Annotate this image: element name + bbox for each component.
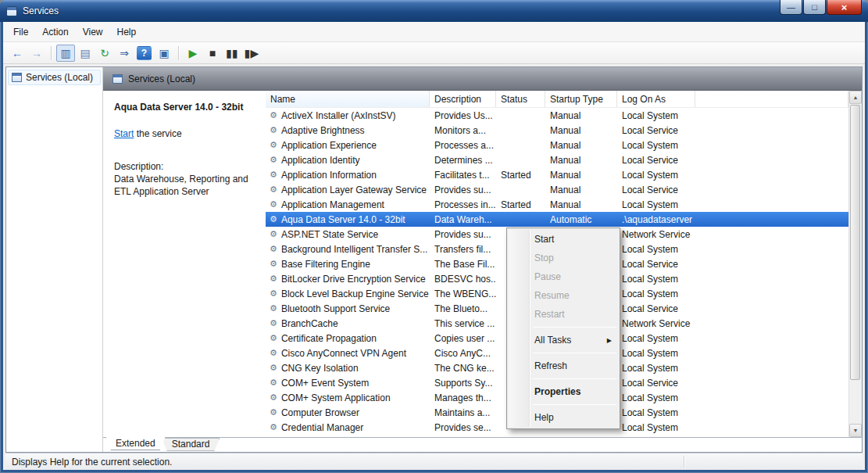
service-name-cell: ⚙Block Level Backup Engine Service xyxy=(266,288,430,299)
service-row[interactable]: ⚙Application IdentityDetermines ...Manua… xyxy=(266,152,848,167)
tree-item-services-local[interactable]: Services (Local) xyxy=(8,70,101,85)
title-bar[interactable]: Services — □ × xyxy=(0,0,868,22)
service-row[interactable]: ⚙Application InformationFacilitates t...… xyxy=(266,167,848,182)
service-row[interactable]: ⚙Application ManagementProcesses in...St… xyxy=(266,197,848,212)
service-description-cell: Copies user ... xyxy=(430,333,496,344)
minimize-button[interactable]: — xyxy=(780,0,802,15)
view-tabs: ExtendedStandard xyxy=(103,437,862,452)
back-icon[interactable]: ← xyxy=(8,45,27,62)
context-menu-item-start[interactable]: Start xyxy=(509,230,618,249)
service-startup-cell: Automatic xyxy=(545,214,617,225)
service-name-cell: ⚙COM+ System Application xyxy=(266,392,430,403)
tab-extended[interactable]: Extended xyxy=(105,437,166,450)
start-service-icon[interactable]: ▶ xyxy=(184,45,202,62)
service-description-cell: Manages th... xyxy=(430,392,496,403)
service-row[interactable]: ⚙Application Layer Gateway ServiceProvid… xyxy=(266,182,848,197)
service-logon-cell: Local Service xyxy=(617,259,695,270)
service-gear-icon: ⚙ xyxy=(270,185,277,195)
window-title: Services xyxy=(23,5,59,16)
maximize-button[interactable]: □ xyxy=(803,0,826,15)
service-row[interactable]: ⚙ActiveX Installer (AxInstSV)Provides Us… xyxy=(266,108,848,123)
service-description-cell: Provides su... xyxy=(430,185,496,195)
services-window: Services — □ × FileActionViewHelp ←→▥▤↻⇒… xyxy=(0,0,868,473)
context-menu-item-label: Help xyxy=(534,412,554,423)
menu-help[interactable]: Help xyxy=(110,23,144,41)
service-row[interactable]: ⚙Adaptive BrightnessMonitors a...ManualL… xyxy=(266,123,848,138)
help-icon[interactable]: ? xyxy=(137,46,152,60)
service-description-cell: This service ... xyxy=(430,318,496,329)
context-menu-item-refresh[interactable]: Refresh xyxy=(509,357,618,375)
show-hide-console-tree-icon[interactable]: ▥ xyxy=(56,45,75,62)
service-name: ActiveX Installer (AxInstSV) xyxy=(281,110,396,121)
restart-service-icon[interactable]: ▮▶ xyxy=(242,45,261,62)
context-menu-item-help[interactable]: Help xyxy=(509,408,618,427)
service-logon-cell: Local System xyxy=(617,348,695,359)
service-logon-cell: Local System xyxy=(617,363,695,374)
column-header-description[interactable]: Description xyxy=(430,91,496,107)
service-name: BranchCache xyxy=(281,318,338,329)
service-gear-icon: ⚙ xyxy=(270,392,277,403)
context-menu-item-all-tasks[interactable]: All Tasks▶ xyxy=(509,331,618,349)
service-logon-cell: Local System xyxy=(617,392,695,403)
service-startup-cell: Manual xyxy=(545,199,617,210)
menu-view[interactable]: View xyxy=(76,23,110,41)
context-menu-item-label: Properties xyxy=(534,386,580,397)
service-name-cell: ⚙CNG Key Isolation xyxy=(266,363,430,374)
service-logon-cell: Network Service xyxy=(617,229,695,240)
menu-file[interactable]: File xyxy=(6,23,35,41)
service-gear-icon: ⚙ xyxy=(270,110,277,120)
export-list-icon[interactable]: ▤ xyxy=(76,45,95,62)
context-menu-item-label: Stop xyxy=(534,253,554,263)
service-row[interactable]: ⚙Application ExperienceProcesses a...Man… xyxy=(266,138,848,152)
service-name-cell: ⚙Aqua Data Server 14.0 - 32bit xyxy=(266,214,430,225)
submenu-arrow-icon: ▶ xyxy=(607,331,612,350)
service-name-cell: ⚙Application Layer Gateway Service xyxy=(266,185,430,195)
service-startup-cell: Manual xyxy=(545,170,617,181)
service-logon-cell: Local System xyxy=(617,110,695,121)
service-logon-cell: Local Service xyxy=(617,125,695,136)
service-name-cell: ⚙Background Intelligent Transfer S... xyxy=(266,244,430,255)
refresh-icon[interactable]: ↻ xyxy=(95,45,114,62)
service-gear-icon: ⚙ xyxy=(270,303,277,314)
service-row[interactable]: ⚙Aqua Data Server 14.0 - 32bitData Wareh… xyxy=(266,212,848,227)
service-description-cell: The Base Fil... xyxy=(430,259,496,270)
service-name: Computer Browser xyxy=(281,407,359,418)
vertical-scrollbar[interactable]: ▲ ▼ xyxy=(848,91,862,437)
column-header-name[interactable]: Name xyxy=(266,91,430,107)
pause-service-icon[interactable]: ▮▮ xyxy=(223,45,241,62)
stop-service-icon[interactable]: ■ xyxy=(203,45,222,62)
column-header-log-on-as[interactable]: Log On As xyxy=(617,91,695,107)
scroll-up-icon[interactable]: ▲ xyxy=(849,91,862,104)
service-name: Certificate Propagation xyxy=(281,333,377,344)
scrollbar-thumb[interactable] xyxy=(850,105,860,380)
column-header-status[interactable]: Status xyxy=(496,91,545,107)
service-logon-cell: Local System xyxy=(617,407,695,418)
service-gear-icon: ⚙ xyxy=(270,318,277,328)
service-name-cell: ⚙Application Information xyxy=(266,170,430,181)
menu-separator xyxy=(533,404,616,405)
service-description-cell: Provides su... xyxy=(430,229,496,240)
console-tree-pane: Services (Local) xyxy=(6,67,103,452)
extended-info-pane: Aqua Data Server 14.0 - 32bit Start the … xyxy=(103,91,266,437)
properties-icon[interactable]: ▣ xyxy=(155,45,173,62)
menu-action[interactable]: Action xyxy=(35,23,75,41)
service-name: Application Experience xyxy=(281,140,377,151)
export-icon[interactable]: ⇒ xyxy=(115,45,134,62)
services-content: Aqua Data Server 14.0 - 32bit Start the … xyxy=(103,91,862,437)
service-name: Aqua Data Server 14.0 - 32bit xyxy=(281,214,405,225)
service-name: Bluetooth Support Service xyxy=(281,303,390,314)
main-area: Services (Local) Services (Local) Aqua D… xyxy=(5,66,863,453)
description-label: Description: xyxy=(114,161,258,172)
column-header-startup-type[interactable]: Startup Type xyxy=(545,91,617,107)
start-service-link[interactable]: Start xyxy=(114,128,134,139)
forward-icon[interactable]: → xyxy=(27,45,46,62)
service-name: BitLocker Drive Encryption Service xyxy=(281,274,426,285)
close-button[interactable]: × xyxy=(827,0,862,15)
tab-standard[interactable]: Standard xyxy=(162,438,220,451)
context-menu-item-properties[interactable]: Properties xyxy=(509,382,618,401)
service-logon-cell: Local System xyxy=(617,288,695,299)
scroll-down-icon[interactable]: ▼ xyxy=(849,424,862,437)
service-logon-cell: Local Service xyxy=(617,155,695,166)
service-logon-cell: Local Service xyxy=(617,185,695,195)
service-gear-icon: ⚙ xyxy=(270,140,277,150)
